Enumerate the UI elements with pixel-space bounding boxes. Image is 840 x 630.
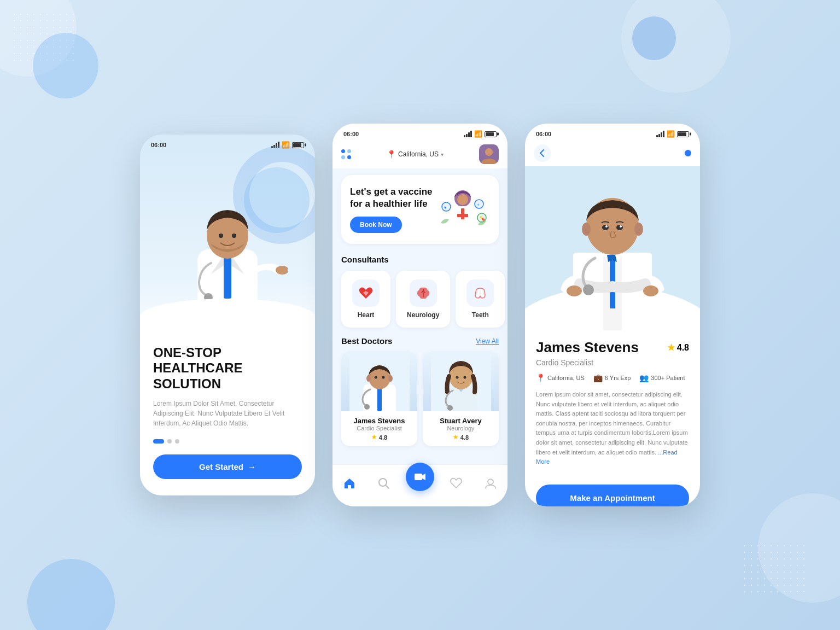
doctor-meta-info: 📍 California, US 💼 6 Yrs Exp 👥 300+ Pati… bbox=[536, 374, 689, 382]
svg-point-50 bbox=[616, 225, 623, 230]
phone3-signal-icon bbox=[656, 131, 664, 137]
main-app-phone: 06:00 📶 bbox=[332, 124, 508, 506]
onboarding-title: ONE-STOP HEALTHCARE SOLUTION bbox=[153, 345, 302, 392]
phone2-status-bar: 06:00 📶 bbox=[332, 124, 508, 138]
arrow-right-icon: → bbox=[248, 462, 256, 471]
get-started-button[interactable]: Get Started → bbox=[153, 454, 302, 479]
svg-rect-2 bbox=[224, 255, 231, 299]
p3-signal-2 bbox=[658, 134, 660, 137]
doctor-rating-value: 4.8 bbox=[677, 343, 689, 353]
svg-rect-37 bbox=[415, 474, 422, 480]
svg-point-5 bbox=[232, 234, 236, 238]
svg-point-27 bbox=[374, 376, 377, 379]
svg-point-49 bbox=[602, 225, 609, 230]
meta-experience-text: 6 Yrs Exp bbox=[605, 375, 631, 381]
video-icon bbox=[413, 470, 427, 483]
phone2-scroll-area[interactable]: Let's get a vaccine for a healthier life… bbox=[332, 168, 508, 464]
stuart-specialty: Neurology bbox=[428, 425, 493, 431]
svg-rect-14 bbox=[457, 214, 468, 217]
neurology-label: Neurology bbox=[407, 311, 439, 319]
battery-icon bbox=[292, 142, 304, 148]
svg-point-9 bbox=[485, 148, 493, 156]
doctor-bio: Lorem ipsum dolor sit amet, consectetur … bbox=[536, 390, 689, 467]
onboarding-phone: 06:00 📶 bbox=[140, 135, 315, 495]
phone2-time: 06:00 bbox=[343, 131, 359, 137]
briefcase-icon: 💼 bbox=[593, 374, 603, 382]
best-doctors-title: Best Doctors bbox=[341, 336, 392, 346]
james-rating: ★ 4.8 bbox=[347, 434, 412, 441]
svg-point-51 bbox=[605, 225, 608, 228]
phone2-signal-icon bbox=[464, 131, 472, 137]
stuart-rating: ★ 4.8 bbox=[428, 434, 493, 441]
phone2-battery-fill bbox=[486, 132, 494, 136]
consultant-neurology[interactable]: Neurology bbox=[396, 271, 450, 328]
home-icon bbox=[343, 477, 355, 489]
doctor-detail-phone: 06:00 📶 bbox=[525, 124, 700, 506]
james-name: James Stevens bbox=[347, 417, 412, 425]
onboarding-description: Lorem Ipsum Dolor Sit Amet, Consectetur … bbox=[153, 399, 302, 428]
location-selector[interactable]: 📍 California, US ▾ bbox=[387, 150, 444, 159]
dot-2 bbox=[167, 439, 172, 444]
consultants-row: Heart Neurology bbox=[332, 266, 508, 332]
dot-3 bbox=[175, 439, 179, 444]
james-photo bbox=[341, 351, 417, 411]
p2-signal-4 bbox=[470, 131, 472, 137]
meta-location-text: California, US bbox=[547, 375, 585, 381]
star-icon: ★ bbox=[371, 434, 377, 441]
nav-home[interactable] bbox=[337, 475, 362, 492]
pagination-dots bbox=[153, 439, 302, 444]
stuart-name: Stuart Avery bbox=[428, 417, 493, 425]
nav-favorites[interactable] bbox=[444, 475, 469, 492]
doctor-card-stuart[interactable]: Stuart Avery Neurology ★ 4.8 bbox=[423, 351, 499, 446]
make-appointment-button[interactable]: Make an Appointment bbox=[536, 485, 689, 506]
james-specialty: Cardio Specialist bbox=[347, 425, 412, 431]
app-header: 📍 California, US ▾ bbox=[332, 138, 508, 168]
svg-point-28 bbox=[382, 376, 384, 379]
heart-nav-icon bbox=[450, 477, 462, 489]
rating-star-icon: ★ bbox=[667, 342, 675, 353]
nav-profile[interactable] bbox=[478, 475, 503, 492]
teeth-label: Teeth bbox=[472, 311, 489, 319]
location-pin-icon: 📍 bbox=[387, 150, 396, 159]
phone3-status-bar: 06:00 📶 bbox=[525, 124, 700, 138]
battery-fill bbox=[293, 143, 301, 147]
menu-dot-4 bbox=[347, 155, 351, 159]
doctor-full-name: James Stevens bbox=[536, 339, 639, 356]
heart-icon bbox=[352, 279, 380, 307]
phone2-wifi-icon: 📶 bbox=[474, 130, 482, 138]
svg-point-25 bbox=[366, 375, 371, 382]
meta-location: 📍 California, US bbox=[536, 374, 585, 382]
view-all-link[interactable]: View All bbox=[476, 337, 499, 345]
notification-dot bbox=[685, 150, 691, 156]
svg-text:💊: 💊 bbox=[480, 215, 485, 221]
p3-signal-4 bbox=[663, 131, 664, 137]
doctor-info-section: James Stevens ★ 4.8 Cardio Specialist 📍 … bbox=[525, 330, 700, 478]
phone3-time: 06:00 bbox=[536, 131, 551, 137]
user-avatar[interactable] bbox=[479, 144, 499, 164]
svg-text:+: + bbox=[477, 202, 480, 207]
search-icon bbox=[378, 477, 390, 489]
svg-point-35 bbox=[447, 405, 453, 411]
meta-patients-text: 300+ Patient bbox=[651, 375, 685, 381]
nav-video-button[interactable] bbox=[406, 463, 434, 491]
profile-icon bbox=[485, 477, 497, 489]
svg-text:♥: ♥ bbox=[444, 205, 447, 210]
nav-search[interactable] bbox=[371, 475, 396, 492]
avatar-image bbox=[479, 144, 499, 164]
meta-patients: 👥 300+ Patient bbox=[639, 374, 685, 382]
phone2-status-icons: 📶 bbox=[464, 130, 497, 138]
doctor-specialty: Cardio Specialist bbox=[536, 358, 689, 367]
james-illustration bbox=[349, 351, 410, 411]
book-now-button[interactable]: Book Now bbox=[350, 217, 402, 233]
menu-dot-2 bbox=[347, 149, 351, 153]
consultant-teeth[interactable]: Teeth bbox=[456, 271, 505, 328]
book-now-label: Book Now bbox=[360, 221, 392, 229]
doctor-hero-image bbox=[525, 166, 700, 330]
doctor-card-james[interactable]: James Stevens Cardio Specialist ★ 4.8 bbox=[341, 351, 417, 446]
menu-icon[interactable] bbox=[341, 149, 351, 159]
phone1-content: ONE-STOP HEALTHCARE SOLUTION Lorem Ipsum… bbox=[140, 332, 315, 495]
consultant-heart[interactable]: Heart bbox=[341, 271, 390, 328]
back-button[interactable] bbox=[534, 144, 551, 162]
phone1-time: 06:00 bbox=[151, 142, 166, 148]
back-arrow-icon bbox=[538, 149, 547, 158]
